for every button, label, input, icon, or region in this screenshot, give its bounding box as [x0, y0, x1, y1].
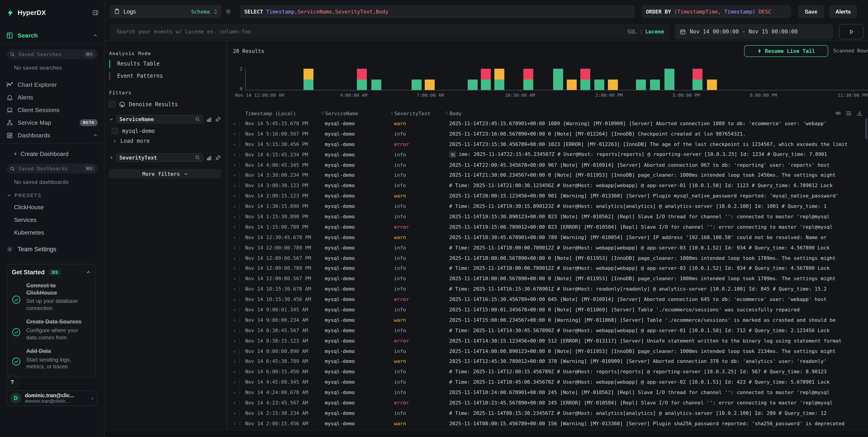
table-row[interactable]: › Nov 14 5:15:30.456 PM mysql-demo error…	[230, 139, 868, 149]
expand-row-chevron[interactable]: ›	[230, 338, 240, 344]
table-row[interactable]: › Nov 14 12:00:00.567 PM mysql-demo info…	[230, 253, 868, 263]
copy-icon[interactable]	[449, 152, 456, 158]
table-row[interactable]: › Nov 14 5:45:15.678 PM mysql-demo warn …	[230, 119, 868, 129]
table-row[interactable]: › Nov 14 8:00:00.890 AM mysql-demo info …	[230, 346, 868, 356]
denoise-checkbox[interactable]	[109, 101, 115, 107]
expand-row-chevron[interactable]: ›	[230, 421, 240, 427]
load-more-button[interactable]: Load more	[113, 138, 221, 144]
sidebar-item-service-map[interactable]: Service Map BETA	[0, 116, 104, 129]
drag-handle-icon[interactable]: ⠿	[321, 111, 325, 116]
vertical-scrollbar-thumb[interactable]	[865, 119, 867, 139]
expand-row-chevron[interactable]: ›	[230, 203, 240, 209]
col-body[interactable]: ⠿Body	[445, 110, 868, 116]
table-row[interactable]: › Nov 14 4:23:45.567 AM mysql-demo error…	[230, 398, 868, 408]
run-query-button[interactable]	[839, 24, 864, 39]
expand-row-chevron[interactable]: ›	[230, 193, 240, 199]
histogram-bar[interactable]	[357, 69, 367, 90]
expand-row-chevron[interactable]: ›	[230, 359, 240, 365]
mode-results-table[interactable]: Results Table	[109, 59, 221, 69]
get-started-step[interactable]: Add Data Start sending logs, metrics, or…	[12, 348, 91, 371]
search-input[interactable]	[115, 28, 623, 35]
expand-row-chevron[interactable]: ›	[230, 234, 240, 240]
get-started-step[interactable]: Connect to ClickHouse Set up your databa…	[12, 282, 91, 312]
histogram-bar[interactable]	[707, 79, 717, 90]
expand-row-chevron[interactable]: ›	[230, 255, 240, 261]
save-button[interactable]: Save	[798, 5, 824, 18]
table-row[interactable]: › Nov 14 9:00:01.345 AM mysql-demo info …	[230, 305, 868, 315]
histogram-bar[interactable]	[692, 69, 703, 90]
histogram-bar[interactable]	[371, 79, 381, 90]
facet-search-box[interactable]: SeverityText	[116, 153, 203, 162]
drag-handle-icon[interactable]: ⠿	[445, 111, 450, 116]
expand-row-chevron[interactable]: ›	[230, 369, 240, 375]
expand-row-chevron[interactable]: ›	[230, 224, 240, 230]
histogram-bar[interactable]	[664, 69, 674, 90]
table-row[interactable]: › Nov 14 10:15:30.456 AM mysql-demo erro…	[230, 294, 868, 305]
bar-chart-icon[interactable]	[206, 116, 212, 122]
facet-search-box[interactable]: ServiceName	[116, 115, 203, 123]
table-row[interactable]: › Nov 14 6:00:15.456 AM mysql-demo info …	[230, 367, 868, 377]
expand-row-chevron[interactable]: ›	[230, 410, 240, 416]
histogram-bar[interactable]	[636, 79, 646, 90]
sql-select-input[interactable]: SELECT Timestamp,ServiceName,SeverityTex…	[240, 5, 635, 18]
denoise-results-toggle[interactable]: Denoise Results	[109, 101, 221, 107]
histogram-bar[interactable]	[567, 79, 577, 90]
histogram-bar[interactable]	[594, 79, 604, 90]
sidebar-item-search[interactable]: Search	[0, 30, 104, 41]
preset-clickhouse[interactable]: ClickHouse	[14, 204, 104, 211]
get-started-step[interactable]: Create Data Sources Configure where your…	[12, 319, 91, 341]
source-select[interactable]: Logs Schema	[110, 5, 222, 18]
saved-dashboards-search[interactable]: ⌘K	[7, 164, 98, 173]
code-view-icon[interactable]: </>	[835, 111, 840, 116]
lucene-search-bar[interactable]: SQL | Lucene	[110, 24, 670, 39]
expand-row-chevron[interactable]: ›	[230, 286, 240, 292]
table-row[interactable]: › Nov 14 4:00:45.345 PM mysql-demo info …	[230, 160, 868, 170]
help-button[interactable]: ?	[6, 375, 19, 388]
expand-row-chevron[interactable]: ›	[230, 400, 240, 406]
download-icon[interactable]	[857, 110, 863, 116]
expand-row-chevron[interactable]: ›	[230, 183, 240, 189]
expand-row-chevron[interactable]: ›	[230, 328, 240, 334]
chevron-down-icon[interactable]	[109, 117, 114, 121]
saved-searches-search[interactable]: ⌘K	[7, 49, 98, 59]
histogram-bar[interactable]	[650, 79, 660, 90]
table-row[interactable]: › Nov 14 1:15:00.789 PM mysql-demo error…	[230, 222, 868, 232]
sidebar-item-alerts[interactable]: Alerts	[0, 91, 104, 103]
expand-row-chevron[interactable]: ›	[230, 348, 240, 354]
table-row[interactable]: › Nov 14 6:45:30.789 AM mysql-demo warn …	[230, 356, 868, 367]
horizontal-scrollbar-track[interactable]	[105, 430, 868, 437]
mode-event-patterns[interactable]: Event Patterns	[109, 71, 221, 81]
histogram-bar[interactable]	[481, 69, 491, 90]
expand-row-chevron[interactable]: ›	[230, 141, 240, 147]
expand-row-chevron[interactable]: ›	[230, 245, 240, 250]
table-row[interactable]: › Nov 14 2:00:15.456 AM mysql-demo warn …	[230, 418, 868, 429]
table-row[interactable]: › Nov 14 1:15:30.890 PM mysql-demo info …	[230, 211, 868, 222]
expand-row-chevron[interactable]: ›	[230, 266, 240, 271]
order-by-input[interactable]: ORDER BY (TimestampTime, Timestamp) DESC	[641, 5, 791, 18]
table-row[interactable]: › Nov 14 3:00:30.123 PM mysql-demo info …	[230, 180, 868, 191]
table-row[interactable]: › Nov 14 9:00:00.234 AM mysql-demo warn …	[230, 315, 868, 325]
facet-checkbox[interactable]	[112, 128, 118, 134]
date-range-picker[interactable]: Nov 14 00:00:00 - Nov 15 00:00:00	[675, 24, 833, 39]
sidebar-item-client-sessions[interactable]: Client Sessions	[0, 103, 104, 116]
saved-searches-input[interactable]	[18, 51, 82, 57]
source-settings-gear-icon[interactable]	[225, 8, 231, 15]
bar-chart-icon[interactable]	[206, 154, 212, 161]
chevron-up-icon[interactable]	[86, 270, 91, 275]
pin-icon[interactable]	[215, 116, 221, 122]
table-row[interactable]: › Nov 14 12:00:00.789 PM mysql-demo info…	[230, 263, 868, 274]
table-row[interactable]: › Nov 14 5:16:00.567 PM mysql-demo info …	[230, 129, 868, 139]
alerts-button[interactable]: Alerts	[829, 5, 857, 18]
histogram-bar[interactable]	[523, 69, 533, 90]
histogram-plot[interactable]	[245, 69, 868, 90]
col-timestamp[interactable]: Timestamp (Local)	[245, 110, 321, 116]
chevron-up-icon[interactable]	[93, 133, 98, 138]
table-row[interactable]: › Nov 14 12:30:45.678 PM mysql-demo warn…	[230, 232, 868, 243]
sidebar-item-dashboards[interactable]: Dashboards	[0, 129, 104, 141]
table-row[interactable]: › Nov 14 4:45:00.345 AM mysql-demo info …	[230, 377, 868, 388]
expand-row-chevron[interactable]: ›	[230, 121, 240, 127]
create-dashboard-button[interactable]: + Create Dashboard	[13, 150, 104, 157]
facet-value-mysql-demo[interactable]: mysql-demo	[112, 128, 221, 134]
expand-row-chevron[interactable]: ›	[230, 317, 240, 323]
table-row[interactable]: › Nov 14 10:15:30.678 AM mysql-demo info…	[230, 284, 868, 295]
